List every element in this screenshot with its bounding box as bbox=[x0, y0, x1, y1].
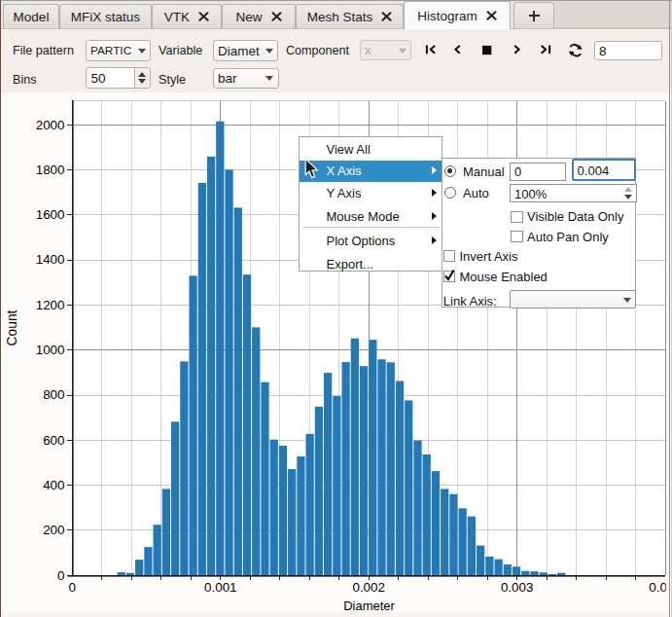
svg-text:1000: 1000 bbox=[36, 343, 65, 357]
svg-text:0: 0 bbox=[57, 568, 64, 583]
svg-text:1800: 1800 bbox=[36, 163, 65, 177]
svg-text:1400: 1400 bbox=[36, 252, 65, 267]
svg-text:Count: Count bbox=[5, 309, 19, 345]
svg-text:2000: 2000 bbox=[36, 118, 65, 132]
svg-text:600: 600 bbox=[43, 433, 64, 448]
svg-text:0.003: 0.003 bbox=[501, 580, 534, 595]
svg-text:400: 400 bbox=[43, 478, 64, 492]
svg-text:800: 800 bbox=[43, 387, 64, 402]
svg-text:0.001: 0.001 bbox=[204, 580, 237, 595]
svg-text:1200: 1200 bbox=[36, 298, 65, 312]
svg-text:1600: 1600 bbox=[36, 207, 65, 222]
svg-text:200: 200 bbox=[43, 523, 64, 537]
svg-text:0.002: 0.002 bbox=[352, 580, 385, 595]
svg-text:0: 0 bbox=[69, 580, 76, 595]
svg-text:Diameter: Diameter bbox=[343, 599, 395, 613]
